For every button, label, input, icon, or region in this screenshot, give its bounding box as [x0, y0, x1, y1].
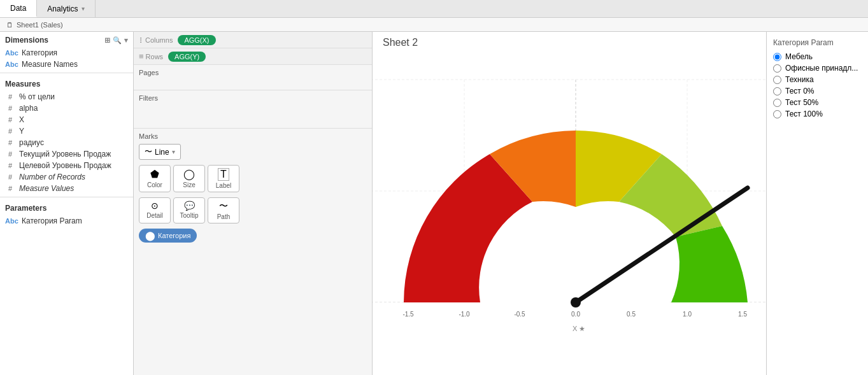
category-pill[interactable]: ⬤ Категория	[139, 229, 197, 243]
gauge-bottom-clip	[373, 302, 766, 366]
color-icon: ⬟	[150, 168, 159, 180]
radio-tehnika[interactable]: Техника	[773, 75, 862, 84]
chart-title: Sheet 2	[373, 32, 766, 51]
tab-analytics[interactable]: Analytics ▾	[37, 0, 96, 17]
agg-x-pill[interactable]: AGG(X)	[178, 35, 215, 45]
measure-name-8: Number of Records	[19, 173, 85, 181]
detail-icon: ⊙	[151, 201, 159, 211]
dim-kategoria[interactable]: Abc Категория	[0, 47, 133, 59]
radio-test100-input[interactable]	[773, 110, 781, 118]
tab-analytics-label: Analytics	[47, 4, 78, 13]
divider-2	[0, 197, 133, 197]
label-btn[interactable]: T Label	[208, 165, 239, 192]
color-label: Color	[147, 181, 162, 188]
grid-icon[interactable]: ⊞	[104, 36, 110, 45]
radio-mebel-input[interactable]	[773, 53, 781, 61]
dim-measure-names[interactable]: Abc Measure Names	[0, 59, 133, 70]
radio-ofisnye-input[interactable]	[773, 64, 781, 73]
path-btn[interactable]: 〜 Path	[208, 197, 239, 223]
marks-label: Marks	[139, 132, 367, 140]
dim-name-2: Measure Names	[22, 60, 78, 69]
measure-name-3: X	[19, 115, 24, 124]
tab-data[interactable]: Data	[0, 0, 37, 17]
dim-type-abc2: Abc	[5, 60, 18, 68]
radio-test50-label: Тест 50%	[785, 98, 818, 107]
divider-1	[0, 73, 133, 73]
measure-name-6: Текущий Уровень Продаж	[19, 150, 111, 159]
tab-data-label: Data	[10, 4, 26, 13]
gauge-needle-center	[571, 297, 581, 308]
label-icon: T	[218, 168, 229, 181]
measure-records[interactable]: # Number of Records	[0, 171, 133, 183]
pages-label: Pages	[139, 69, 367, 76]
right-panel: Категория Param Мебель Офисные принадл..…	[766, 32, 868, 375]
param-name-1: Категория Param	[22, 216, 82, 225]
more-icon[interactable]: ▾	[124, 36, 128, 45]
x-tick-15: 1.5	[738, 311, 747, 318]
dim-name-1: Категория	[22, 48, 57, 57]
size-label: Size	[183, 181, 195, 188]
columns-row: ⫶ Columns AGG(X)	[134, 32, 372, 48]
measure-y[interactable]: # Y	[0, 125, 133, 137]
chart-area: Sheet 2	[373, 32, 766, 375]
measure-pct[interactable]: # % от цели	[0, 91, 133, 103]
top-tabs: Data Analytics ▾	[0, 0, 868, 18]
path-label: Path	[217, 213, 231, 220]
measure-values[interactable]: # Measure Values	[0, 183, 133, 194]
color-btn[interactable]: ⬟ Color	[139, 165, 171, 192]
radio-test0-input[interactable]	[773, 87, 781, 96]
agg-y-pill[interactable]: AGG(Y)	[168, 52, 206, 62]
left-panel: Dimensions ⊞ 🔍 ▾ Abc Категория Abc Measu…	[0, 32, 134, 375]
dimensions-header: Dimensions ⊞ 🔍 ▾	[0, 32, 133, 47]
radio-tehnika-input[interactable]	[773, 76, 781, 84]
hash-icon-1: #	[5, 93, 15, 101]
marks-type-row: 〜 Line ▾	[139, 144, 367, 160]
sheet-icon: 🗒	[5, 20, 14, 29]
hash-icon-4: #	[5, 127, 15, 135]
dimensions-label: Dimensions	[5, 36, 48, 45]
pages-section: Pages	[134, 65, 372, 90]
measure-tsel[interactable]: # Целевой Уровень Продаж	[0, 160, 133, 171]
category-dot-icon: ⬤	[145, 230, 155, 241]
search-icon[interactable]: 🔍	[113, 36, 122, 45]
dim-type-abc1: Abc	[5, 49, 18, 57]
measure-name-5: радиус	[19, 138, 44, 147]
detail-label: Detail	[146, 212, 163, 219]
tooltip-label: Tooltip	[180, 212, 199, 219]
measure-tekush[interactable]: # Текущий Уровень Продаж	[0, 148, 133, 160]
radio-ofisnye-label: Офисные принадл...	[785, 64, 858, 73]
tooltip-btn[interactable]: 💬 Tooltip	[173, 197, 205, 223]
gauge-green	[671, 226, 748, 302]
hash-icon-9: #	[5, 185, 15, 192]
marks-icons-row1: ⬟ Color ◯ Size T Label	[139, 165, 367, 192]
columns-label: ⫶ Columns	[139, 35, 173, 45]
measure-x[interactable]: # X	[0, 114, 133, 125]
right-panel-title: Категория Param	[773, 38, 862, 47]
measure-radius[interactable]: # радиус	[0, 137, 133, 148]
marks-type-select[interactable]: 〜 Line ▾	[139, 144, 181, 160]
measure-alpha[interactable]: # alpha	[0, 103, 133, 114]
dimensions-icons: ⊞ 🔍 ▾	[104, 36, 128, 45]
main-layout: Dimensions ⊞ 🔍 ▾ Abc Категория Abc Measu…	[0, 32, 868, 375]
chart-canvas: ↕ Y 0.0 1.0 2.0 0.5 1.5 -2.0 -1.5 -1.0 -…	[373, 51, 766, 375]
measure-name-9: Measure Values	[19, 184, 74, 193]
param-kategoria[interactable]: Abc Категория Param	[0, 215, 133, 227]
x-tick-neg15: -1.5	[402, 311, 414, 318]
radio-test100[interactable]: Тест 100%	[773, 110, 862, 118]
radio-test0[interactable]: Тест 0%	[773, 87, 862, 96]
radio-mebel[interactable]: Мебель	[773, 52, 862, 61]
x-tick-neg1: -1.0	[459, 311, 470, 318]
marks-type-label: Line	[155, 148, 169, 157]
hash-icon-8: #	[5, 173, 15, 181]
radio-test50-input[interactable]	[773, 99, 781, 107]
rows-label: ≡ Rows	[139, 52, 163, 61]
marks-icons-row2: ⊙ Detail 💬 Tooltip 〜 Path	[139, 197, 367, 223]
gauge-svg: ↕ Y 0.0 1.0 2.0 0.5 1.5 -2.0 -1.5 -1.0 -…	[373, 60, 766, 347]
param-type-abc: Abc	[5, 217, 18, 225]
radio-ofisnye[interactable]: Офисные принадл...	[773, 64, 862, 73]
radio-test50[interactable]: Тест 50%	[773, 98, 862, 107]
radio-test0-label: Тест 0%	[785, 87, 815, 96]
size-btn[interactable]: ◯ Size	[173, 165, 205, 192]
parameters-label: Parameters	[5, 204, 46, 213]
detail-btn[interactable]: ⊙ Detail	[139, 197, 171, 223]
